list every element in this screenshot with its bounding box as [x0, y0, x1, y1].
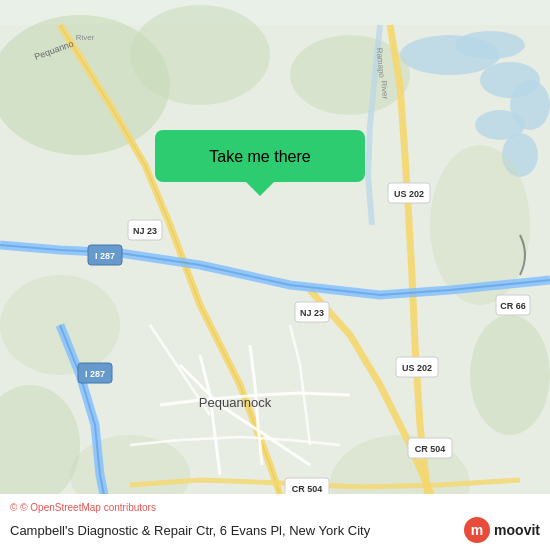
svg-text:NJ 23: NJ 23 [133, 226, 157, 236]
moovit-icon: m [463, 516, 491, 544]
svg-text:US 202: US 202 [394, 189, 424, 199]
location-text: Campbell's Diagnostic & Repair Ctr, 6 Ev… [10, 523, 463, 538]
copyright-symbol: © [10, 502, 17, 513]
moovit-text: moovit [494, 522, 540, 538]
svg-text:I 287: I 287 [85, 369, 105, 379]
svg-text:CR 504: CR 504 [292, 484, 323, 494]
take-me-there-button[interactable]: Take me there [155, 130, 365, 182]
moovit-logo: m moovit [463, 516, 540, 544]
svg-text:m: m [471, 522, 483, 538]
attribution: © © OpenStreetMap contributors [10, 502, 540, 513]
svg-text:US 202: US 202 [402, 363, 432, 373]
bottom-bar: © © OpenStreetMap contributors Campbell'… [0, 494, 550, 550]
attribution-text: © OpenStreetMap contributors [20, 502, 156, 513]
svg-text:Pequannock: Pequannock [199, 395, 272, 410]
svg-point-3 [455, 31, 525, 59]
map-container: NJ 23 NJ 23 US 202 US 202 I 287 I 287 CR… [0, 0, 550, 550]
svg-point-8 [130, 5, 270, 105]
svg-text:I 287: I 287 [95, 251, 115, 261]
svg-text:River: River [76, 33, 95, 42]
svg-point-11 [470, 315, 550, 435]
svg-text:River: River [379, 80, 390, 100]
location-info: Campbell's Diagnostic & Repair Ctr, 6 Ev… [10, 516, 540, 544]
svg-text:CR 504: CR 504 [415, 444, 446, 454]
svg-text:CR 66: CR 66 [500, 301, 526, 311]
svg-text:NJ 23: NJ 23 [300, 308, 324, 318]
